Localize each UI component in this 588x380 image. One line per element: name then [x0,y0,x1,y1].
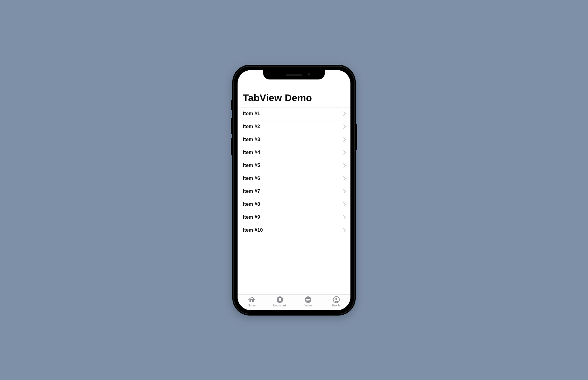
list-item-label: Item #5 [243,162,260,168]
screen: TabView Demo Item #1 Item #2 [238,70,350,310]
list-item[interactable]: Item #2 [238,120,350,133]
list-item[interactable]: Item #10 [238,224,350,237]
tab-bookmark[interactable]: Bookmark [266,296,294,307]
tab-bar: Home Bookmark [238,294,350,310]
chevron-right-icon [343,228,346,232]
tab-profile[interactable]: Profile [322,296,350,307]
chevron-right-icon [343,189,346,193]
tab-video[interactable]: Video [294,296,322,307]
tab-label: Video [304,304,312,307]
chevron-right-icon [343,202,346,206]
list-item[interactable]: Item #8 [238,198,350,211]
list-item-label: Item #9 [243,214,260,220]
video-icon [305,296,312,303]
page-title: TabView Demo [243,92,345,104]
chevron-right-icon [343,112,346,116]
volume-down-button[interactable] [231,138,233,155]
chevron-right-icon [343,215,346,219]
svg-point-5 [335,298,337,300]
list-item-label: Item #10 [243,227,263,233]
list-item-label: Item #3 [243,137,260,142]
list-item-label: Item #7 [243,188,260,194]
phone-frame: TabView Demo Item #1 Item #2 [232,65,356,316]
list-item-label: Item #8 [243,201,260,207]
svg-rect-0 [251,300,252,302]
volume-up-button[interactable] [231,118,233,134]
items-list: Item #1 Item #2 Item #3 [238,107,350,237]
list-item-label: Item #2 [243,124,260,130]
mute-switch[interactable] [231,100,233,110]
bookmark-icon [276,296,283,303]
list-item-label: Item #6 [243,175,260,181]
tab-label: Profile [332,304,340,307]
profile-icon [333,296,340,303]
list-item[interactable]: Item #7 [238,185,350,198]
list-item-label: Item #4 [243,150,260,155]
chevron-right-icon [343,125,346,129]
chevron-right-icon [343,137,346,142]
list-item[interactable]: Item #1 [238,107,350,120]
chevron-right-icon [343,163,346,167]
tab-label: Bookmark [273,304,286,307]
tab-label: Home [248,304,256,307]
chevron-right-icon [343,176,346,180]
device-notch [263,70,325,79]
main-content: TabView Demo Item #1 Item #2 [238,70,350,294]
power-button[interactable] [355,124,357,150]
list-item[interactable]: Item #5 [238,159,350,172]
list-item[interactable]: Item #4 [238,146,350,159]
list-item[interactable]: Item #3 [238,133,350,146]
svg-rect-3 [306,299,309,301]
list-item-label: Item #1 [243,111,260,117]
house-icon [248,296,255,303]
tab-home[interactable]: Home [238,296,266,307]
list-item[interactable]: Item #6 [238,172,350,185]
chevron-right-icon [343,150,346,155]
list-item[interactable]: Item #9 [238,211,350,224]
